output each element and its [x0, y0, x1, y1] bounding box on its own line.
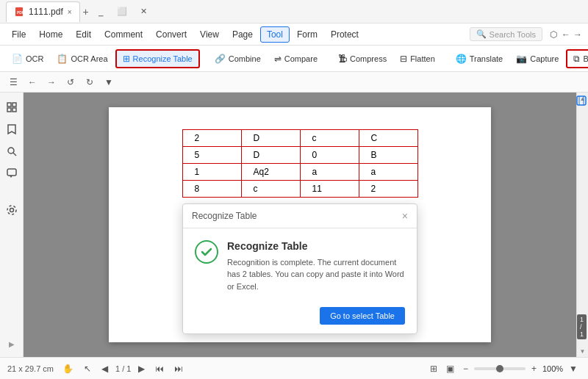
svg-rect-2: [7, 103, 11, 107]
menu-edit[interactable]: Edit: [70, 27, 97, 42]
translate-btn[interactable]: 🌐 Translate: [450, 51, 509, 67]
pdf-table: 2 D c C 5 D 0 B 1 Aq2 a a: [182, 129, 418, 198]
quickbar-menu-btn[interactable]: ☰: [6, 75, 21, 90]
sidebar-settings-icon[interactable]: [3, 201, 21, 219]
forward-btn[interactable]: →: [573, 29, 582, 40]
svg-text:PDF: PDF: [17, 10, 24, 15]
statusbar-cursor-btn[interactable]: ↖: [81, 362, 94, 375]
batch-process-btn[interactable]: ⧉ Batch Process: [566, 49, 588, 68]
compress-label: Compress: [350, 54, 387, 63]
statusbar-first-btn[interactable]: ⏮: [152, 362, 167, 375]
ocr-label: OCR: [26, 54, 43, 63]
combine-btn[interactable]: 🔗 Combine: [209, 51, 267, 67]
statusbar-prev-btn[interactable]: ◀: [98, 362, 111, 375]
quickbar-dropdown-btn[interactable]: ▼: [101, 75, 116, 90]
table-cell: a: [300, 164, 359, 181]
zoom-slider-thumb: [496, 365, 503, 372]
batch-icon: ⧉: [573, 54, 580, 64]
svg-line-7: [13, 153, 16, 156]
external-link-btn[interactable]: ⬡: [550, 29, 557, 40]
sidebar-search-icon[interactable]: [3, 142, 21, 160]
compare-icon: ⇌: [274, 54, 282, 64]
go-to-select-table-btn[interactable]: Go to select Table: [320, 307, 405, 325]
tab-file[interactable]: PDF 1111.pdf ×: [6, 1, 80, 22]
ocr-area-label: OCR Area: [71, 54, 107, 63]
zoom-fit-btn[interactable]: ⊞: [427, 362, 440, 375]
zoom-dropdown-btn[interactable]: ▼: [566, 362, 581, 375]
zoom-percent: 100%: [542, 364, 563, 373]
capture-btn[interactable]: 📷 Capture: [510, 51, 564, 67]
svg-rect-5: [12, 108, 16, 112]
success-icon: [195, 240, 218, 264]
table-row: 2 D c C: [182, 130, 417, 147]
search-tools-label: Search Tools: [490, 30, 536, 39]
statusbar-controls: ✋ ↖ ◀ 1 / 1 ▶ ⏮ ⏭: [60, 362, 186, 375]
zoom-slider[interactable]: [474, 367, 526, 370]
menu-file[interactable]: File: [6, 27, 32, 42]
statusbar-last-btn[interactable]: ⏭: [171, 362, 186, 375]
quickbar-redo-btn[interactable]: ↻: [82, 75, 97, 90]
sidebar-thumbnail-icon[interactable]: [3, 98, 21, 116]
table-cell: 0: [300, 147, 359, 164]
pdf-area[interactable]: 2 D c C 5 D 0 B 1 Aq2 a a: [24, 93, 576, 357]
sidebar-expand-btn[interactable]: ▶: [9, 340, 15, 348]
svg-rect-4: [7, 108, 11, 112]
menu-page[interactable]: Page: [226, 27, 259, 42]
crop-icon[interactable]: [576, 95, 587, 108]
flatten-label: Flatten: [410, 54, 435, 63]
menu-protect[interactable]: Protect: [325, 27, 365, 42]
dialog-close-btn[interactable]: ×: [402, 210, 408, 222]
ocr-btn[interactable]: 📄 OCR: [6, 51, 49, 67]
table-row: 5 D 0 B: [182, 147, 417, 164]
svg-point-10: [7, 206, 16, 214]
menu-comment[interactable]: Comment: [98, 27, 148, 42]
compress-btn[interactable]: 🗜 Compress: [332, 51, 392, 67]
ocr-area-btn[interactable]: 📋 OCR Area: [51, 51, 113, 67]
sidebar-comment-icon[interactable]: [3, 165, 21, 182]
scrollbar-down-btn[interactable]: ▼: [577, 345, 588, 357]
statusbar-hand-btn[interactable]: ✋: [60, 362, 76, 375]
table-cell: D: [241, 147, 300, 164]
menu-view[interactable]: View: [194, 27, 225, 42]
table-cell: a: [359, 164, 417, 181]
back-btn[interactable]: ←: [562, 29, 570, 40]
win-maximize-btn[interactable]: ⬜: [113, 5, 131, 18]
recognize-table-btn[interactable]: ⊞ Recognize Table: [115, 49, 200, 68]
quickbar-undo-btn[interactable]: ↺: [63, 75, 78, 90]
zoom-out-btn[interactable]: −: [460, 362, 471, 375]
new-tab-btn[interactable]: +: [83, 6, 89, 18]
flatten-btn[interactable]: ⊟ Flatten: [394, 51, 441, 67]
combine-label: Combine: [229, 54, 261, 63]
table-cell: B: [359, 147, 417, 164]
win-close-btn[interactable]: ✕: [137, 5, 151, 18]
table-cell: 8: [182, 181, 241, 198]
sidebar-bookmark-icon[interactable]: [3, 120, 21, 138]
table-cell: 2: [182, 130, 241, 147]
win-minimize-btn[interactable]: ⎯: [95, 6, 107, 18]
pdf-page: 2 D c C 5 D 0 B 1 Aq2 a a: [109, 107, 491, 342]
capture-icon: 📷: [516, 54, 527, 64]
menu-tool[interactable]: Tool: [260, 26, 290, 43]
dialog-content: Recognize Table Recognition is complete.…: [227, 240, 405, 293]
recognize-table-dialog: Recognize Table × Recognize Table Recogn…: [182, 203, 417, 335]
statusbar-next-btn[interactable]: ▶: [135, 362, 148, 375]
svg-rect-11: [577, 96, 586, 105]
menu-form[interactable]: Form: [291, 27, 323, 42]
zoom-page-btn[interactable]: ▣: [443, 362, 457, 375]
dialog-footer: Go to select Table: [183, 301, 417, 333]
compare-label: Compare: [284, 54, 318, 63]
table-cell: c: [300, 130, 359, 147]
left-sidebar: ▶: [0, 93, 24, 357]
zoom-in-btn[interactable]: +: [528, 362, 539, 375]
translate-icon: 🌐: [456, 54, 467, 64]
menu-convert[interactable]: Convert: [150, 27, 193, 42]
search-icon: 🔍: [476, 29, 487, 39]
tab-close-btn[interactable]: ×: [68, 8, 72, 16]
compare-btn[interactable]: ⇌ Compare: [268, 51, 323, 67]
menu-home[interactable]: Home: [33, 27, 68, 42]
flatten-icon: ⊟: [400, 54, 407, 64]
quickbar-back-btn[interactable]: ←: [25, 75, 40, 90]
quickbar-forward-btn[interactable]: →: [44, 75, 59, 90]
search-tools[interactable]: 🔍 Search Tools: [470, 27, 542, 41]
svg-point-9: [10, 209, 13, 212]
